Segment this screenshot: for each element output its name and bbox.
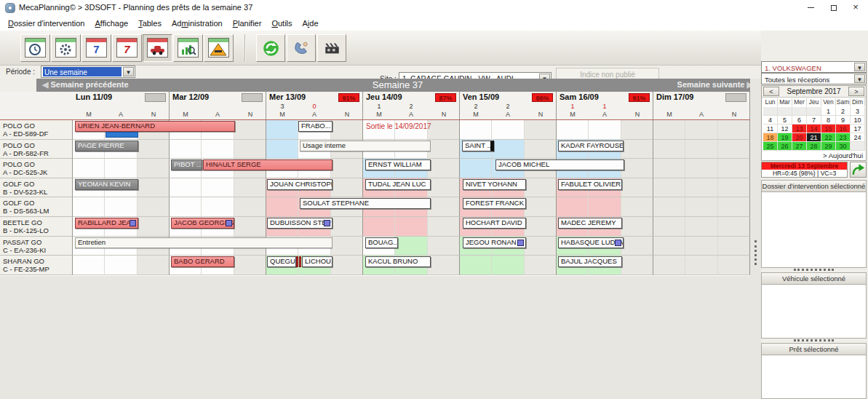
grid-cell[interactable]: [685, 217, 718, 237]
planning-bar[interactable]: YEOMAN KEVIN: [75, 179, 138, 190]
planning-bar[interactable]: URIEN JEAN-BERNARD: [75, 121, 235, 132]
grid-cell[interactable]: [73, 256, 105, 275]
grid-cell[interactable]: [266, 197, 298, 217]
planning-bar[interactable]: HOCHART DAVID: [463, 218, 526, 229]
calendar-day[interactable]: 24: [851, 133, 865, 142]
grid-cell[interactable]: [170, 197, 202, 217]
grid-cell[interactable]: [718, 256, 750, 275]
grid-cell[interactable]: [621, 256, 653, 275]
calendar-day[interactable]: 29: [821, 142, 836, 151]
grid-cell[interactable]: [621, 237, 653, 256]
calendar-day[interactable]: 10: [851, 116, 865, 125]
grid-cell[interactable]: [234, 140, 266, 159]
planning-bar[interactable]: BABO GERARD: [171, 256, 234, 267]
calendar-day[interactable]: 7: [807, 116, 821, 125]
grid-cell[interactable]: [73, 197, 105, 217]
grid-cell[interactable]: [428, 178, 460, 197]
grid-cell[interactable]: [557, 120, 589, 140]
calendar-day[interactable]: 18: [763, 133, 778, 142]
grid-cell[interactable]: [525, 120, 557, 140]
planning-bar[interactable]: DUBUISSON STEP: [267, 218, 333, 229]
grid-cell[interactable]: [718, 159, 750, 178]
grid-cell[interactable]: [685, 237, 718, 256]
search-stats-button[interactable]: [173, 34, 203, 62]
grid-cell[interactable]: [525, 256, 557, 275]
calendar-day[interactable]: 14: [807, 125, 821, 133]
vehicle-row-label[interactable]: PASSAT GOC - EA-236-KI: [0, 237, 73, 256]
grid-cell[interactable]: [653, 256, 685, 275]
worker-seven-button[interactable]: 7: [81, 34, 111, 62]
grid-cell[interactable]: [428, 256, 460, 275]
grid-cell[interactable]: [653, 140, 685, 159]
vertical-splitter[interactable]: [754, 240, 757, 265]
vehicle-row-label[interactable]: POLO GOA - DC-525-JK: [0, 159, 73, 178]
calendar-day[interactable]: 21: [807, 133, 821, 142]
grid-cell[interactable]: [718, 120, 750, 140]
dossier-splitter[interactable]: [794, 269, 834, 271]
grid-cell[interactable]: [138, 159, 170, 178]
planning-bar[interactable]: HABASQUE LUDOV: [558, 237, 624, 248]
calendar-day[interactable]: 3: [851, 107, 865, 116]
calendar-day[interactable]: 16: [836, 125, 851, 133]
grid-cell[interactable]: [589, 120, 621, 140]
chevron-down-icon[interactable]: ▼: [854, 63, 865, 71]
planning-bar[interactable]: SOULAT STEPHANE: [300, 198, 431, 209]
calendar-day[interactable]: [792, 107, 807, 116]
grid-cell[interactable]: [73, 159, 105, 178]
vehicle-row-label[interactable]: SHARAN GOC - FE-235-MP: [0, 256, 73, 275]
calendar-day[interactable]: 2: [836, 107, 851, 116]
grid-cell[interactable]: [428, 159, 460, 178]
phone-button[interactable]: [287, 34, 316, 62]
planning-bar[interactable]: FOREST FRANCK: [463, 198, 526, 209]
grid-cell[interactable]: [202, 178, 234, 197]
planning-bar[interactable]: JEGOU RONAN: [463, 237, 526, 248]
grid-cell[interactable]: [138, 256, 170, 275]
cinema-button[interactable]: [317, 34, 346, 62]
vehicle-row-label[interactable]: GOLF GOB - DV-523-KL: [0, 178, 73, 197]
grid-cell[interactable]: [428, 120, 460, 140]
grid-cell[interactable]: [492, 140, 525, 159]
grid-cell[interactable]: [331, 237, 363, 256]
calendar-day[interactable]: 5: [778, 116, 792, 125]
grid-cell[interactable]: [492, 256, 525, 275]
grid-cell[interactable]: [589, 197, 621, 217]
menu-dossier-intervention[interactable]: Dossier d'intervention: [3, 16, 89, 31]
grid-cell[interactable]: [138, 178, 170, 197]
grid-cell[interactable]: [653, 120, 685, 140]
calendar-next-button[interactable]: >: [848, 87, 864, 96]
calendar-day[interactable]: 26: [778, 142, 792, 151]
planning-bar[interactable]: QUEGU...: [267, 256, 296, 267]
grid-cell[interactable]: [105, 159, 138, 178]
planning-bar[interactable]: RABILLARD JEAN (: [75, 218, 138, 229]
calendar-day[interactable]: 27: [792, 142, 807, 151]
calendar-day[interactable]: 6: [792, 116, 807, 125]
grid-cell[interactable]: [395, 237, 428, 256]
calendar-day[interactable]: 13: [792, 125, 807, 133]
grid-cell[interactable]: [234, 178, 266, 197]
next-week-button[interactable]: Semaine suivante ▶: [677, 80, 753, 90]
grid-cell[interactable]: [621, 197, 653, 217]
grid-cell[interactable]: [363, 217, 395, 237]
calendar-day[interactable]: 25: [763, 142, 778, 151]
grid-cell[interactable]: [266, 120, 298, 140]
planning-bar[interactable]: SAINT ...: [462, 141, 494, 151]
grid-cell[interactable]: [331, 256, 363, 275]
calendar-day[interactable]: 8: [821, 116, 836, 125]
fast-seven-button[interactable]: 7: [112, 34, 142, 62]
grid-cell[interactable]: [105, 197, 138, 217]
grid-cell[interactable]: [170, 178, 202, 197]
grid-cell[interactable]: [138, 217, 170, 237]
grid-cell[interactable]: [718, 197, 750, 217]
planning-bar[interactable]: KACUL BRUNO: [365, 256, 431, 267]
grid-cell[interactable]: [621, 159, 653, 178]
grid-cell[interactable]: [653, 237, 685, 256]
menu-administration[interactable]: Administration: [167, 16, 228, 31]
grid-cell[interactable]: [460, 120, 492, 140]
chevron-down-icon[interactable]: ▼: [123, 67, 134, 76]
grid-cell[interactable]: [492, 120, 525, 140]
grid-cell[interactable]: [718, 217, 750, 237]
grid-cell[interactable]: [331, 120, 363, 140]
grid-cell[interactable]: [138, 197, 170, 217]
calendar-day[interactable]: 23: [836, 133, 851, 142]
vehicle-row-label[interactable]: POLO GOA - ED-589-DF: [0, 120, 73, 140]
